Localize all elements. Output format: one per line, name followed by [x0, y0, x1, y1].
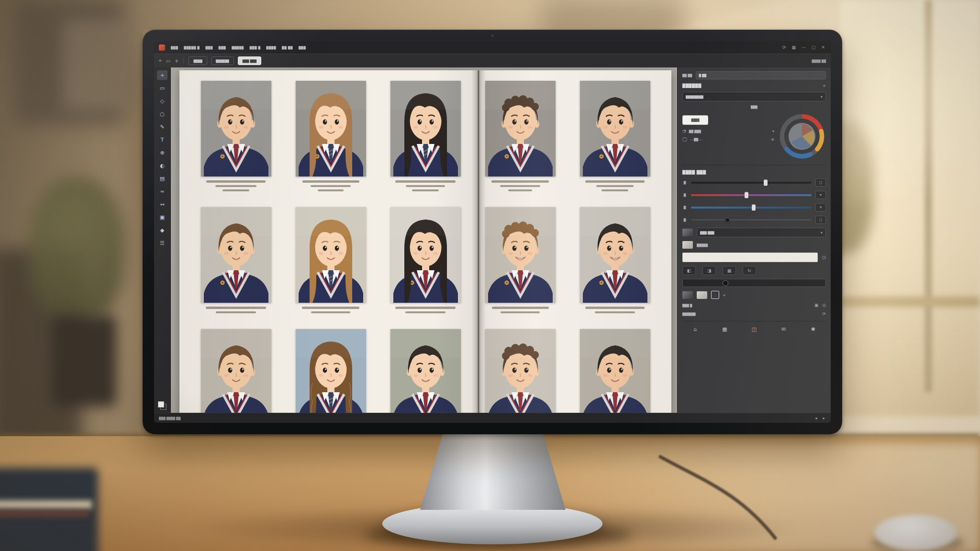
- options-icon[interactable]: +: [175, 58, 178, 64]
- frame-thumb-dark[interactable]: [682, 291, 693, 299]
- panel-info-row[interactable]: ◯— ██ —⊕: [682, 137, 774, 142]
- menubar-icon[interactable]: ✕: [820, 45, 826, 50]
- value-scrubber[interactable]: [682, 279, 826, 287]
- color-swatch[interactable]: [682, 253, 818, 262]
- slider-track[interactable]: [691, 194, 812, 196]
- menubar-icon[interactable]: ⟳: [781, 45, 787, 50]
- album-page-spread[interactable]: [179, 70, 671, 413]
- slider-thumb[interactable]: [724, 217, 730, 222]
- tool-button[interactable]: ≈: [157, 187, 167, 196]
- panel-search-input[interactable]: █ ██: [696, 71, 826, 79]
- app-icon[interactable]: [159, 44, 165, 51]
- portrait-photo[interactable]: [296, 207, 366, 303]
- portrait-photo[interactable]: [580, 81, 650, 176]
- texture-thumbnail[interactable]: [682, 241, 693, 249]
- slider-thumb[interactable]: [752, 204, 756, 210]
- info-row-action-icon[interactable]: ⊕: [771, 137, 774, 142]
- portrait-photo[interactable]: [390, 81, 461, 176]
- slider-track[interactable]: [691, 182, 812, 184]
- tool-button[interactable]: T: [157, 135, 167, 144]
- slider-thumb[interactable]: [764, 179, 768, 186]
- status-icon[interactable]: ▸: [822, 416, 826, 420]
- tool-button[interactable]: ▭: [157, 83, 167, 93]
- options-icon[interactable]: ⌖: [159, 58, 162, 64]
- menu-item[interactable]: ███ █: [250, 46, 261, 49]
- frame-thumb-light[interactable]: [697, 291, 707, 299]
- options-chip[interactable]: ███ ███: [238, 56, 262, 65]
- menu-item[interactable]: █████: [232, 46, 244, 49]
- tool-button[interactable]: ☰: [157, 238, 167, 248]
- portrait-photo[interactable]: [485, 81, 556, 176]
- scrubber-knob[interactable]: [723, 280, 728, 286]
- foreground-color-chip[interactable]: [158, 401, 164, 408]
- portrait-photo[interactable]: [485, 329, 556, 413]
- portrait-photo[interactable]: [580, 329, 650, 413]
- layer-thumbnail[interactable]: [682, 229, 693, 236]
- slider-track[interactable]: [691, 219, 812, 220]
- panel-icon-button[interactable]: ◨: [702, 266, 716, 275]
- panel-icon-button[interactable]: ▦: [723, 266, 736, 275]
- menu-item[interactable]: ████: [267, 46, 276, 49]
- canvas-area[interactable]: [171, 67, 677, 413]
- menu-item[interactable]: ███: [299, 46, 306, 49]
- slider-value-box[interactable]: ◻: [815, 178, 826, 187]
- tool-button[interactable]: ◐: [157, 161, 167, 170]
- tool-button[interactable]: ◇: [157, 96, 167, 106]
- tool-button[interactable]: ▣: [157, 212, 167, 222]
- panel-icon-button[interactable]: ◧: [682, 266, 696, 275]
- panel-bottom-icon[interactable]: ✉: [771, 326, 797, 332]
- portrait-photo[interactable]: [485, 207, 556, 303]
- portrait-photo[interactable]: [390, 329, 461, 413]
- tool-button[interactable]: ◆: [157, 225, 167, 235]
- menubar-icon[interactable]: ▦: [791, 45, 797, 50]
- slider-value-box[interactable]: ◻: [815, 216, 826, 224]
- panel-bottom-icon[interactable]: ✱: [800, 326, 826, 332]
- menu-item[interactable]: ██ ██: [282, 46, 293, 49]
- color-wheel[interactable]: [778, 112, 826, 160]
- tool-button[interactable]: ▤: [157, 174, 167, 183]
- portrait-photo[interactable]: [201, 207, 271, 303]
- panel-add-icon[interactable]: +: [822, 83, 826, 88]
- menu-item[interactable]: ███: [219, 46, 226, 49]
- options-icon[interactable]: ▭: [166, 58, 170, 64]
- tool-button[interactable]: ✎: [157, 122, 167, 132]
- panel-icon-button[interactable]: ↻: [743, 266, 756, 275]
- menu-item[interactable]: █████ █: [184, 46, 200, 49]
- refresh-icon[interactable]: ⟳: [822, 311, 826, 316]
- panel-bottom-icon[interactable]: ⌂: [682, 326, 708, 332]
- tool-button[interactable]: ○: [157, 109, 167, 119]
- panel-info-row[interactable]: ◔██ ███▾: [682, 129, 774, 133]
- options-chip[interactable]: ██████: [211, 56, 234, 65]
- slider-value-box[interactable]: ✕: [815, 203, 826, 211]
- status-icon[interactable]: ◂: [814, 416, 818, 420]
- tool-button[interactable]: +: [157, 70, 167, 80]
- panel-section-2: ████ ███: [682, 170, 826, 175]
- menu-item[interactable]: ███: [171, 46, 178, 49]
- slider-thumb[interactable]: [745, 192, 748, 198]
- info-row-action-icon[interactable]: ▾: [772, 129, 774, 133]
- panel-bottom-icon[interactable]: ◫: [741, 326, 767, 332]
- portrait-photo[interactable]: [390, 207, 461, 303]
- slider-track[interactable]: [691, 207, 812, 209]
- portrait-photo[interactable]: [201, 329, 271, 413]
- portrait-photo[interactable]: [201, 81, 271, 176]
- panel-dropdown[interactable]: ████████▾: [682, 92, 826, 101]
- tool-button[interactable]: ↔: [157, 199, 167, 209]
- panel-white-button[interactable]: ████: [682, 115, 708, 125]
- menubar-icon[interactable]: ▢: [811, 45, 817, 50]
- portrait-photo[interactable]: [580, 207, 650, 303]
- small-row-icon[interactable]: ◎: [822, 303, 826, 308]
- expand-icon[interactable]: ◳: [822, 255, 826, 260]
- small-row-icon[interactable]: ▣: [814, 303, 819, 308]
- panel-bottom-icon[interactable]: ▦: [712, 326, 738, 332]
- slider-value-box[interactable]: ▾: [815, 191, 826, 199]
- menubar-icon[interactable]: —: [801, 45, 807, 50]
- tool-button[interactable]: ⊕: [157, 148, 167, 157]
- options-chip[interactable]: ████: [189, 56, 207, 65]
- frame-icon[interactable]: [711, 291, 719, 299]
- portrait-photo[interactable]: [296, 329, 366, 413]
- portrait-photo[interactable]: [296, 81, 366, 176]
- panel-dropdown-2[interactable]: ███ ███▾: [697, 228, 826, 237]
- menu-item[interactable]: ███: [205, 46, 212, 49]
- color-chips[interactable]: [158, 401, 167, 410]
